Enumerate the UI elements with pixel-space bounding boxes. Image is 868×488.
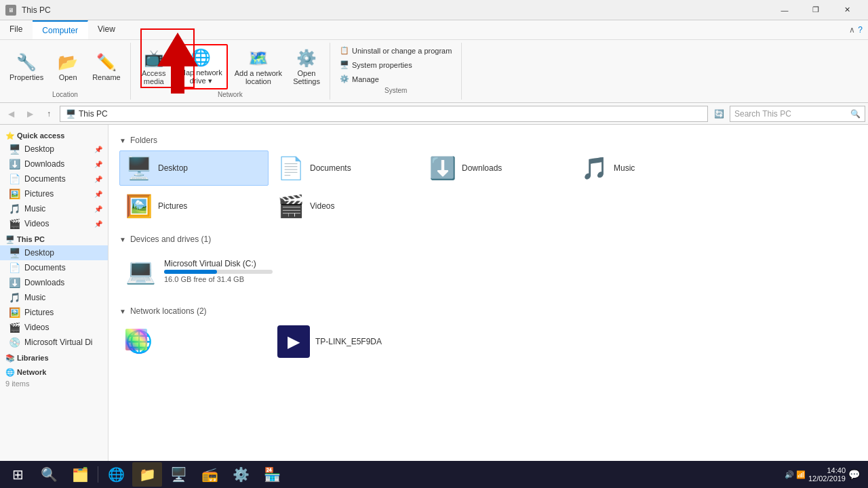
folder-videos-icon: 🎬 (277, 193, 304, 219)
store-button[interactable]: 🏪 (257, 462, 287, 487)
properties-button[interactable]: 🔧 Properties (5, 50, 47, 84)
network-icon: 🌐 (5, 368, 15, 376)
ribbon-group-network: 📺 Access media 🌐 Map network drive ▾ 🗺️ … (131, 43, 330, 100)
ribbon-collapse-icon[interactable]: ∧ (849, 25, 855, 35)
media-button[interactable]: 📻 (195, 462, 224, 487)
folder-item-pictures[interactable]: 🖼️ Pictures (119, 188, 269, 224)
downloads-icon: ⬇️ (8, 159, 20, 169)
system-buttons: 📋 Uninstall or change a program 🖥️ Syste… (336, 44, 456, 85)
vids2-icon: 🎬 (8, 322, 20, 333)
sidebar-section-this-pc: 🖥️ This PC (0, 231, 108, 245)
music2-icon: 🎵 (8, 292, 20, 303)
device-c-name: Microsoft Virtual Disk (C:) (164, 259, 273, 268)
sidebar-item-dl[interactable]: ⬇️ Downloads (0, 275, 108, 290)
open-settings-button[interactable]: ⚙️ Open Settings (289, 46, 324, 88)
devices-section-header[interactable]: ▼ Devices and drives (1) (119, 235, 857, 244)
search-button[interactable]: 🔍 (34, 462, 64, 487)
properties-icon: 🔧 (16, 53, 37, 72)
file-explorer-button[interactable]: 📁 (132, 462, 162, 487)
ribbon-tabs: File Computer View ∧ ? (0, 20, 868, 40)
edge-button[interactable]: 🌐 (101, 462, 131, 487)
up-button[interactable]: ↑ (41, 106, 57, 122)
taskbar-sep-1 (98, 466, 98, 483)
taskbar-time-text: 14:40 (827, 466, 846, 474)
ribbon-help-icon[interactable]: ? (858, 25, 863, 35)
sidebar-item-docs[interactable]: 📄 Documents (0, 260, 108, 275)
manage-icon: ⚙️ (340, 75, 349, 83)
folder-item-documents[interactable]: 📄 Documents (271, 150, 420, 186)
network-item-1[interactable]: 🌐 (119, 321, 269, 362)
sidebar-item-documents[interactable]: 📄 Documents 📌 (0, 171, 108, 186)
folder-downloads-icon: ⬇️ (429, 155, 456, 181)
tab-computer[interactable]: Computer (33, 20, 88, 39)
folder-item-videos[interactable]: 🎬 Videos (271, 188, 420, 224)
network-section-label: Network locations (2) (130, 306, 207, 316)
network-section-header[interactable]: ▼ Network locations (2) (119, 306, 857, 316)
pin-icon-3: 📌 (94, 176, 102, 183)
tab-file[interactable]: File (0, 20, 33, 39)
cmd-button[interactable]: 🖥️ (163, 462, 193, 487)
ribbon-group-system: 📋 Uninstall or change a program 🖥️ Syste… (330, 43, 462, 100)
rename-button[interactable]: ✏️ Rename (88, 50, 125, 84)
device-item-c[interactable]: 💻 Microsoft Virtual Disk (C:) 16.0 GB fr… (119, 249, 282, 293)
close-button[interactable]: ✕ (831, 0, 863, 20)
folder-desktop-icon: 🖥️ (125, 155, 153, 181)
sidebar-item-downloads[interactable]: ⬇️ Downloads 📌 (0, 157, 108, 171)
devices-grid: 💻 Microsoft Virtual Disk (C:) 16.0 GB fr… (119, 249, 857, 296)
refresh-button[interactable]: 🔄 (711, 106, 727, 122)
network-item-tp-link[interactable]: ▶ TP-LINK_E5F9DA (271, 321, 420, 362)
task-view-button[interactable]: 🗂️ (65, 462, 95, 487)
minimize-button[interactable]: — (769, 0, 800, 20)
sidebar-item-pictures[interactable]: 🖼️ Pictures 📌 (0, 186, 108, 201)
settings-button[interactable]: ⚙️ (226, 462, 256, 487)
back-button[interactable]: ◀ (3, 106, 19, 122)
sidebar-item-vids2[interactable]: 🎬 Videos (0, 320, 108, 335)
device-c-info: Microsoft Virtual Disk (C:) 16.0 GB free… (164, 259, 273, 283)
pin-icon-4: 📌 (94, 190, 102, 198)
search-icon: 🔍 (850, 109, 861, 119)
sidebar-item-pics2[interactable]: 🖼️ Pictures (0, 305, 108, 320)
device-c-space: 16.0 GB free of 31.4 GB (164, 275, 273, 283)
forward-button[interactable]: ▶ (22, 106, 38, 122)
address-path[interactable]: 🖥️ This PC (60, 106, 708, 122)
map-network-drive-button[interactable]: 🌐 Map network drive ▾ (174, 44, 228, 89)
sidebar-item-vdisk[interactable]: 💿 Microsoft Virtual Di (0, 335, 108, 350)
folders-section-header[interactable]: ▼ Folders (119, 136, 857, 145)
ribbon-content: 🔧 Properties 📂 Open ✏️ Rename Location 📺 (0, 40, 868, 102)
vdisk-icon: 💿 (8, 337, 20, 348)
folder-item-music[interactable]: 🎵 Music (575, 150, 724, 186)
open-button[interactable]: 📂 Open (50, 50, 85, 84)
search-box[interactable]: Search This PC 🔍 (730, 106, 865, 122)
sidebar-item-this-pc[interactable]: 🖥️ Desktop (0, 245, 108, 260)
folder-item-desktop[interactable]: 🖥️ Desktop (119, 150, 269, 186)
pin-icon-6: 📌 (94, 220, 102, 228)
sidebar-section-libraries: 📚 Libraries (0, 350, 108, 364)
add-network-location-button[interactable]: 🗺️ Add a network location (231, 46, 286, 88)
taskbar-clock[interactable]: 14:40 12/02/2019 (808, 466, 846, 483)
start-button[interactable]: ⊞ (3, 462, 33, 487)
mosaic-overlay (125, 329, 147, 350)
network-item-1-icon: 🌐 (125, 329, 153, 354)
uninstall-button[interactable]: 📋 Uninstall or change a program (336, 44, 456, 57)
maximize-button[interactable]: ❐ (800, 0, 831, 20)
window-title: This PC (22, 5, 51, 15)
folder-item-downloads[interactable]: ⬇️ Downloads (423, 150, 572, 186)
notification-icon[interactable]: 💬 (848, 469, 860, 480)
folder-pictures-icon: 🖼️ (125, 193, 153, 219)
sidebar-item-music[interactable]: 🎵 Music 📌 (0, 201, 108, 216)
system-properties-button[interactable]: 🖥️ System properties (336, 58, 456, 71)
manage-button[interactable]: ⚙️ Manage (336, 73, 456, 85)
tab-view[interactable]: View (88, 20, 125, 39)
devices-chevron: ▼ (119, 236, 126, 243)
network-chevron: ▼ (119, 308, 126, 315)
content-area: ▼ Folders 🖥️ Desktop 📄 Documents ⬇️ Down… (108, 125, 868, 488)
device-bar-bg (164, 270, 273, 274)
sidebar-item-desktop[interactable]: 🖥️ Desktop 📌 (0, 142, 108, 157)
sidebar-section-network: 🌐 Network (0, 364, 108, 378)
pics2-icon: 🖼️ (8, 307, 20, 318)
sidebar-item-videos[interactable]: 🎬 Videos 📌 (0, 216, 108, 231)
quick-access-label: ⭐ Quick access (5, 131, 64, 140)
access-media-button[interactable]: 📺 Access media (136, 46, 172, 88)
folders-chevron: ▼ (119, 137, 126, 144)
sidebar-item-music2[interactable]: 🎵 Music (0, 290, 108, 305)
